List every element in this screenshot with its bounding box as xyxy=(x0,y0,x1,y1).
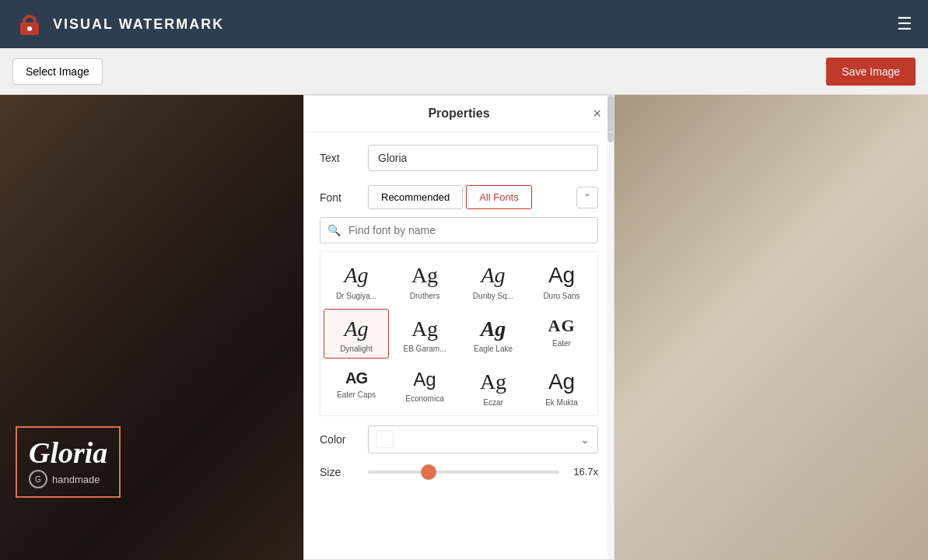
font-search-input[interactable] xyxy=(320,217,598,243)
font-name-druthers: Druthers xyxy=(410,292,439,300)
watermark-subtext: G handmade xyxy=(29,470,107,488)
font-preview-dr-sugiya: Ag xyxy=(344,262,368,289)
font-name-economica: Economica xyxy=(405,394,443,403)
font-search-wrapper: 🔍 xyxy=(320,217,598,243)
chevron-up-icon[interactable]: ⌃ xyxy=(576,187,598,208)
tab-recommended[interactable]: Recommended xyxy=(368,185,463,209)
font-name-dynalight: Dynalight xyxy=(340,345,373,353)
font-item-eagle-lake[interactable]: Ag Eagle Lake xyxy=(460,309,526,359)
font-item-eater[interactable]: AG Eater xyxy=(529,309,594,359)
font-item-eb-garam[interactable]: Ag EB Garam... xyxy=(392,309,457,359)
header-left: VISUAL WATERMARK xyxy=(16,10,224,38)
font-preview-eczar: Ag xyxy=(480,369,506,395)
font-preview-eater: AG xyxy=(548,316,576,336)
app-title: VISUAL WATERMARK xyxy=(53,16,224,33)
hamburger-icon[interactable]: ☰ xyxy=(897,14,912,34)
font-preview-dunby: Ag xyxy=(481,262,505,289)
size-row: Size 16.7x xyxy=(320,466,598,478)
font-name-eczar: Eczar xyxy=(483,398,503,407)
panel-scrollbar[interactable] xyxy=(608,96,614,559)
font-preview-eb-garam: Ag xyxy=(411,316,438,342)
font-name-ek-mukta: Ek Mukta xyxy=(545,398,578,407)
font-grid: Ag Dr Sugiya... Ag Druthers Ag Dunby Sq.… xyxy=(320,251,598,416)
save-image-button[interactable]: Save Image xyxy=(826,58,916,86)
panel-content: Text Font Recommended All Fonts ⌃ 🔍 xyxy=(304,132,614,559)
font-item-eater-caps[interactable]: AG Eater Caps xyxy=(324,362,389,412)
font-preview-dynalight: Ag xyxy=(344,316,368,342)
font-item-druthers[interactable]: Ag Druthers xyxy=(392,255,457,306)
image-background: Gloria G handmade xyxy=(0,95,303,560)
svg-point-2 xyxy=(27,26,32,31)
size-label: Size xyxy=(320,466,359,478)
canvas-left: Gloria G handmade xyxy=(0,95,303,560)
font-item-dunby[interactable]: Ag Dunby Sq... xyxy=(460,255,526,306)
watermark-logo-icon: G xyxy=(29,470,47,488)
svg-rect-1 xyxy=(24,16,35,26)
text-input[interactable] xyxy=(368,145,598,171)
font-name-duru: Duru Sans xyxy=(543,292,580,300)
text-field-row: Text xyxy=(320,145,598,171)
font-item-dynalight[interactable]: Ag Dynalight xyxy=(324,309,389,359)
font-item-eczar[interactable]: Ag Eczar xyxy=(460,362,526,412)
font-preview-druthers: Ag xyxy=(411,262,438,289)
font-label: Font xyxy=(320,191,359,204)
font-row: Font Recommended All Fonts ⌃ xyxy=(320,185,598,209)
app-header: VISUAL WATERMARK ☰ xyxy=(0,0,928,48)
text-label: Text xyxy=(320,152,359,164)
font-preview-eater-caps: AG xyxy=(345,369,367,387)
font-item-ek-mukta[interactable]: Ag Ek Mukta xyxy=(529,362,594,412)
font-preview-duru: Ag xyxy=(548,262,575,289)
search-icon: 🔍 xyxy=(327,224,341,236)
font-name-dr-sugiya: Dr Sugiya... xyxy=(336,292,376,300)
tab-all-fonts[interactable]: All Fonts xyxy=(466,185,532,209)
watermark-text: Gloria xyxy=(29,436,107,470)
main-area: Gloria G handmade Properties × Text xyxy=(0,95,928,560)
color-picker-wrapper[interactable]: ⌄ xyxy=(368,425,598,453)
size-value: 16.7x xyxy=(569,466,598,478)
font-name-eater: Eater xyxy=(552,339,571,348)
font-tabs: Recommended All Fonts ⌃ xyxy=(368,185,598,209)
color-chevron-icon: ⌄ xyxy=(580,433,590,446)
color-label: Color xyxy=(320,433,359,446)
watermark-overlay[interactable]: Gloria G handmade xyxy=(16,426,121,498)
panel-title: Properties xyxy=(428,107,489,121)
font-item-dr-sugiya[interactable]: Ag Dr Sugiya... xyxy=(324,255,389,306)
color-row: Color ⌄ xyxy=(320,425,598,453)
font-preview-economica: Ag xyxy=(413,369,436,391)
toolbar: Select Image Save Image xyxy=(0,48,928,95)
select-image-button[interactable]: Select Image xyxy=(12,58,103,85)
font-name-dunby: Dunby Sq... xyxy=(473,292,513,300)
properties-panel: Properties × Text Font Recommended All F… xyxy=(303,95,615,560)
font-preview-eagle-lake: Ag xyxy=(481,316,506,342)
font-item-economica[interactable]: Ag Economica xyxy=(392,362,457,412)
close-button[interactable]: × xyxy=(593,106,601,122)
font-item-duru[interactable]: Ag Duru Sans xyxy=(529,255,594,306)
lock-icon xyxy=(16,10,44,38)
font-preview-ek-mukta: Ag xyxy=(548,369,575,395)
color-swatch xyxy=(376,431,394,448)
size-slider[interactable] xyxy=(368,471,559,474)
font-name-eater-caps: Eater Caps xyxy=(337,390,376,399)
panel-header: Properties × xyxy=(304,96,614,132)
font-name-eagle-lake: Eagle Lake xyxy=(474,345,513,353)
font-name-eb-garam: EB Garam... xyxy=(403,345,446,353)
